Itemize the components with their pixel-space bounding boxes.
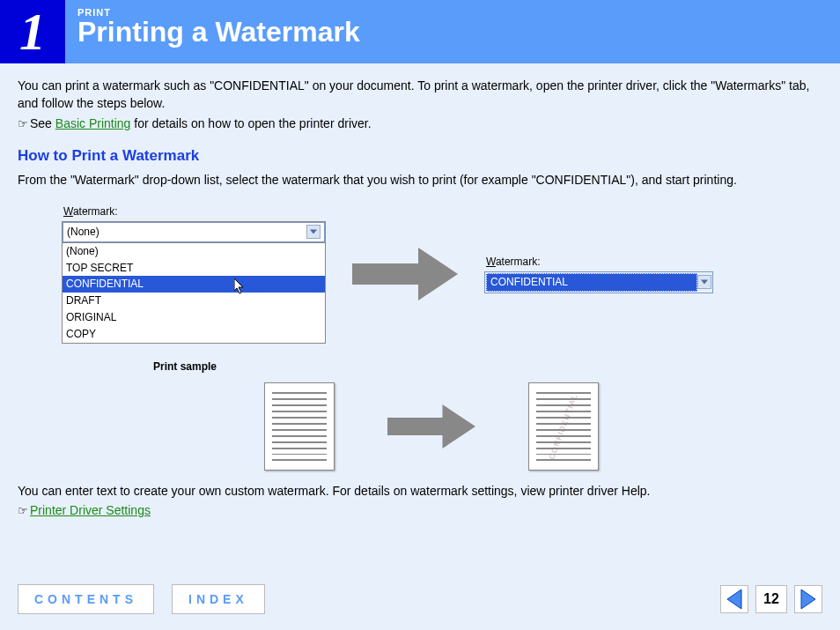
chevron-down-icon[interactable] xyxy=(306,225,321,239)
dropdown-open-label: Watermark: xyxy=(62,204,326,221)
dropdown-option[interactable]: (None) xyxy=(63,243,325,260)
diagram-row-samples: CONFIDENTIAL xyxy=(18,382,822,471)
sample-page-after: CONFIDENTIAL xyxy=(528,382,599,471)
watermark-overlay: CONFIDENTIAL xyxy=(547,392,581,462)
dropdown-option[interactable]: COPY xyxy=(63,326,325,343)
dropdown-closed-value: CONFIDENTIAL xyxy=(486,273,697,292)
printer-driver-settings-link[interactable]: Printer Driver Settings xyxy=(30,503,151,517)
pointer-icon: ☞ xyxy=(18,504,28,517)
pager: 12 xyxy=(720,585,822,613)
header-text-block: PRINT Printing a Watermark xyxy=(65,0,372,63)
pointer-icon: ☞ xyxy=(18,117,28,130)
index-button[interactable]: INDEX xyxy=(172,584,265,614)
footer-text: You can enter text to create your own cu… xyxy=(18,483,822,500)
watermark-dropdown-closed[interactable]: CONFIDENTIAL xyxy=(484,271,713,293)
chapter-number: 1 xyxy=(0,0,65,63)
dropdown-closed-label: Watermark: xyxy=(484,255,713,271)
intro-text: You can print a watermark such as "CONFI… xyxy=(18,78,822,112)
dropdown-option[interactable]: TOP SECRET xyxy=(63,260,325,277)
prev-page-button[interactable] xyxy=(720,585,748,613)
watermark-dropdown-open[interactable]: (None) (None) TOP SECRET CONFIDENTIAL DR… xyxy=(62,221,326,344)
basic-printing-link[interactable]: Basic Printing xyxy=(55,116,131,130)
dropdown-list: (None) TOP SECRET CONFIDENTIAL DRAFT ORI… xyxy=(63,242,325,343)
diagram-row-dropdowns: Watermark: (None) (None) TOP SECRET CONF… xyxy=(18,204,822,343)
dropdown-option-highlighted[interactable]: CONFIDENTIAL xyxy=(63,276,325,293)
page-number: 12 xyxy=(755,585,787,613)
print-sample-label: Print sample xyxy=(79,359,291,374)
bottom-nav-bar: CONTENTS INDEX 12 xyxy=(18,584,822,614)
next-page-button[interactable] xyxy=(794,585,822,613)
content-area: You can print a watermark such as "CONFI… xyxy=(0,63,840,534)
arrow-right-icon xyxy=(352,248,458,300)
contents-button[interactable]: CONTENTS xyxy=(18,584,154,614)
arrow-right-icon xyxy=(387,404,475,448)
sample-page-before xyxy=(264,382,335,471)
see-prefix: See xyxy=(30,116,55,130)
subdescription: From the "Watermark" drop-down list, sel… xyxy=(18,172,822,189)
see-line: ☞See Basic Printing for details on how t… xyxy=(18,115,822,133)
dropdown-closed-block: Watermark: CONFIDENTIAL xyxy=(484,255,713,293)
chevron-down-icon[interactable] xyxy=(697,275,711,289)
dropdown-selected-row: (None) xyxy=(63,222,325,242)
footer-link-line: ☞Printer Driver Settings xyxy=(18,502,822,520)
dropdown-selected-value: (None) xyxy=(67,225,99,240)
subheading: How to Print a Watermark xyxy=(18,145,822,167)
dropdown-option[interactable]: ORIGINAL xyxy=(63,309,325,326)
page-title: Printing a Watermark xyxy=(77,16,360,48)
page-header: 1 PRINT Printing a Watermark xyxy=(0,0,840,63)
dropdown-open-block: Watermark: (None) (None) TOP SECRET CONF… xyxy=(62,204,326,343)
dropdown-option[interactable]: DRAFT xyxy=(63,293,325,309)
cursor-icon xyxy=(234,278,248,300)
see-suffix: for details on how to open the printer d… xyxy=(130,116,371,130)
